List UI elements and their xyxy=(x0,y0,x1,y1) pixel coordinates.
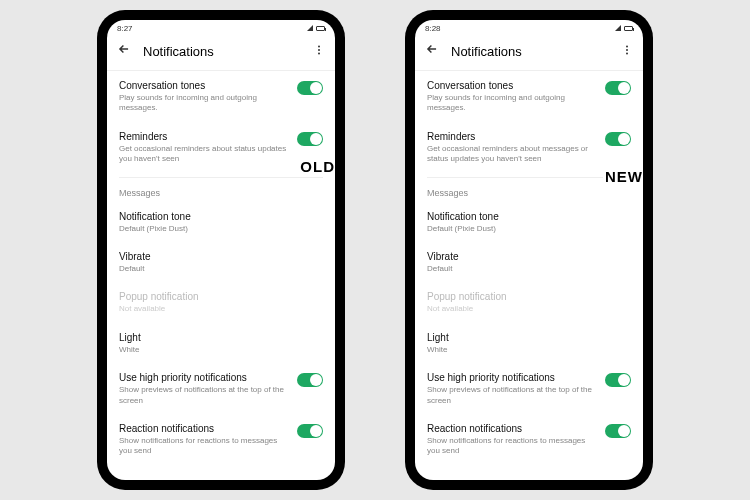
header: Notifications xyxy=(415,36,643,71)
setting-sub: White xyxy=(427,345,631,355)
toggle-on[interactable] xyxy=(605,132,631,146)
setting-text: Reaction notifications Show notification… xyxy=(427,422,597,457)
setting-title: Reaction notifications xyxy=(119,422,289,435)
section-messages: Messages xyxy=(119,178,323,202)
status-bar: 8:28 xyxy=(415,20,643,36)
setting-sub: Get occasional reminders about status up… xyxy=(119,144,289,165)
setting-text: Vibrate Default xyxy=(119,250,323,274)
svg-point-5 xyxy=(626,53,628,55)
section-messages: Messages xyxy=(427,178,631,202)
setting-reminders[interactable]: Reminders Get occasional reminders about… xyxy=(119,122,323,173)
setting-title: Notification tone xyxy=(119,210,323,223)
setting-vibrate[interactable]: Vibrate Default xyxy=(119,242,323,282)
setting-sub: Show notifications for reactions to mess… xyxy=(427,436,597,457)
setting-light[interactable]: Light White xyxy=(119,323,323,363)
setting-sub: Not available xyxy=(427,304,631,314)
setting-sub: Default (Pixie Dust) xyxy=(119,224,323,234)
overflow-icon[interactable] xyxy=(621,42,633,60)
setting-high-priority[interactable]: Use high priority notifications Show pre… xyxy=(427,363,631,414)
setting-notification-tone[interactable]: Notification tone Default (Pixie Dust) xyxy=(119,202,323,242)
setting-sub: Get occasional reminders about messages … xyxy=(427,144,597,165)
setting-sub: Not available xyxy=(119,304,323,314)
setting-text: Use high priority notifications Show pre… xyxy=(119,371,289,406)
battery-icon xyxy=(316,26,325,31)
setting-conversation-tones[interactable]: Conversation tones Play sounds for incom… xyxy=(427,71,631,122)
toggle-on[interactable] xyxy=(605,424,631,438)
setting-title: Use high priority notifications xyxy=(427,371,597,384)
setting-sub: Play sounds for incoming and outgoing me… xyxy=(427,93,597,114)
badge-new: NEW xyxy=(603,168,643,185)
back-icon[interactable] xyxy=(117,42,131,60)
svg-point-2 xyxy=(318,53,320,55)
svg-point-0 xyxy=(318,46,320,48)
setting-popup: Popup notification Not available xyxy=(427,282,631,322)
setting-text: Reaction notifications Show notification… xyxy=(119,422,289,457)
overflow-icon[interactable] xyxy=(313,42,325,60)
setting-title: Notification tone xyxy=(427,210,631,223)
setting-sub: Default xyxy=(119,264,323,274)
setting-sub: Default xyxy=(427,264,631,274)
header: Notifications xyxy=(107,36,335,71)
setting-text: Light White xyxy=(119,331,323,355)
setting-text: Reminders Get occasional reminders about… xyxy=(119,130,289,165)
setting-title: Light xyxy=(119,331,323,344)
settings-list[interactable]: Conversation tones Play sounds for incom… xyxy=(107,71,335,480)
phone-right: 8:28 Notifications Conversation tones Pl… xyxy=(405,10,653,490)
setting-reminders[interactable]: Reminders Get occasional reminders about… xyxy=(427,122,631,173)
page-title: Notifications xyxy=(143,44,301,59)
phone-left: 8:27 Notifications Conversation tones Pl… xyxy=(97,10,345,490)
toggle-on[interactable] xyxy=(297,132,323,146)
setting-conversation-tones[interactable]: Conversation tones Play sounds for incom… xyxy=(119,71,323,122)
signal-icon xyxy=(307,25,313,31)
setting-title: Conversation tones xyxy=(119,79,289,92)
back-icon[interactable] xyxy=(425,42,439,60)
setting-title: Reaction notifications xyxy=(427,422,597,435)
setting-text: Vibrate Default xyxy=(427,250,631,274)
setting-sub: White xyxy=(119,345,323,355)
status-icons xyxy=(307,25,325,31)
setting-high-priority[interactable]: Use high priority notifications Show pre… xyxy=(119,363,323,414)
setting-reaction[interactable]: Reaction notifications Show notification… xyxy=(427,414,631,465)
setting-sub: Show previews of notifications at the to… xyxy=(119,385,289,406)
setting-text: Conversation tones Play sounds for incom… xyxy=(427,79,597,114)
setting-notification-tone[interactable]: Notification tone Default (Pixie Dust) xyxy=(427,202,631,242)
badge-old: OLD xyxy=(298,158,335,175)
setting-title: Vibrate xyxy=(119,250,323,263)
status-time: 8:28 xyxy=(425,24,615,33)
setting-title: Light xyxy=(427,331,631,344)
setting-text: Popup notification Not available xyxy=(119,290,323,314)
screen: 8:27 Notifications Conversation tones Pl… xyxy=(107,20,335,480)
status-bar: 8:27 xyxy=(107,20,335,36)
setting-light[interactable]: Light White xyxy=(427,323,631,363)
battery-icon xyxy=(624,26,633,31)
svg-point-3 xyxy=(626,46,628,48)
page-title: Notifications xyxy=(451,44,609,59)
settings-list[interactable]: Conversation tones Play sounds for incom… xyxy=(415,71,643,480)
setting-title: Vibrate xyxy=(427,250,631,263)
screen: 8:28 Notifications Conversation tones Pl… xyxy=(415,20,643,480)
setting-text: Popup notification Not available xyxy=(427,290,631,314)
toggle-on[interactable] xyxy=(297,424,323,438)
setting-title: Reminders xyxy=(119,130,289,143)
setting-reaction[interactable]: Reaction notifications Show notification… xyxy=(119,414,323,465)
setting-title: Reminders xyxy=(427,130,597,143)
setting-title: Use high priority notifications xyxy=(119,371,289,384)
setting-sub: Default (Pixie Dust) xyxy=(427,224,631,234)
svg-point-4 xyxy=(626,49,628,51)
toggle-on[interactable] xyxy=(605,81,631,95)
setting-text: Reminders Get occasional reminders about… xyxy=(427,130,597,165)
setting-title: Popup notification xyxy=(119,290,323,303)
toggle-on[interactable] xyxy=(605,373,631,387)
setting-text: Conversation tones Play sounds for incom… xyxy=(119,79,289,114)
svg-point-1 xyxy=(318,49,320,51)
setting-title: Conversation tones xyxy=(427,79,597,92)
status-icons xyxy=(615,25,633,31)
toggle-on[interactable] xyxy=(297,373,323,387)
setting-text: Notification tone Default (Pixie Dust) xyxy=(427,210,631,234)
toggle-on[interactable] xyxy=(297,81,323,95)
signal-icon xyxy=(615,25,621,31)
setting-sub: Show notifications for reactions to mess… xyxy=(119,436,289,457)
setting-vibrate[interactable]: Vibrate Default xyxy=(427,242,631,282)
setting-sub: Play sounds for incoming and outgoing me… xyxy=(119,93,289,114)
setting-text: Use high priority notifications Show pre… xyxy=(427,371,597,406)
